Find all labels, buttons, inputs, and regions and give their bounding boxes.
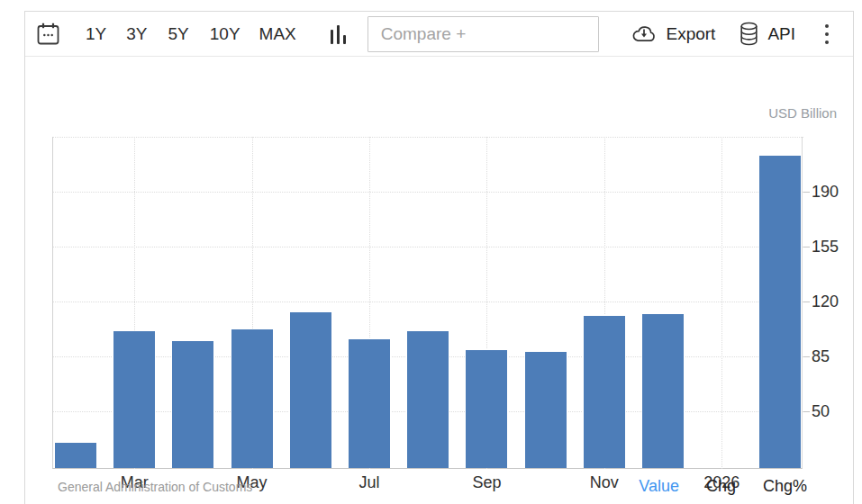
range-button-3y[interactable]: 3Y xyxy=(126,24,147,44)
gridline-horizontal xyxy=(53,192,803,193)
chart-toolbar: 1Y 3Y 5Y 10Y MAX Export API xyxy=(25,12,853,57)
bar[interactable] xyxy=(406,330,449,468)
bar[interactable] xyxy=(348,338,391,468)
mode-value[interactable]: Value xyxy=(639,477,679,496)
cloud-download-icon xyxy=(631,23,658,44)
y-tick-mark xyxy=(803,192,810,193)
y-tick-mark xyxy=(803,247,810,248)
database-icon xyxy=(740,22,758,46)
y-tick-label: 155 xyxy=(812,238,839,256)
kebab-menu-icon[interactable] xyxy=(825,24,829,44)
gridline-horizontal xyxy=(53,247,803,248)
y-tick-label: 50 xyxy=(812,402,830,421)
y-tick-mark xyxy=(803,356,810,357)
y-tick-label: 120 xyxy=(812,292,839,311)
range-button-max[interactable]: MAX xyxy=(259,24,296,44)
range-button-10y[interactable]: 10Y xyxy=(210,24,240,44)
gridline-top xyxy=(53,137,803,138)
bar[interactable] xyxy=(113,330,156,468)
bar[interactable] xyxy=(465,349,508,468)
bar[interactable] xyxy=(758,155,802,468)
export-label: Export xyxy=(666,24,715,44)
calendar-icon[interactable] xyxy=(37,22,59,46)
display-mode-switcher: Value Chg Chg% xyxy=(639,477,807,496)
bar[interactable] xyxy=(289,311,332,468)
api-button[interactable]: API xyxy=(740,22,795,46)
gridline-vertical xyxy=(721,137,722,469)
bar[interactable] xyxy=(171,340,214,468)
y-tick-label: 85 xyxy=(812,347,830,366)
bar[interactable] xyxy=(231,328,274,468)
plot-area: 5085120155190MarMayJulSepNov2026 xyxy=(52,137,803,469)
chart-type-icon[interactable] xyxy=(331,24,346,44)
range-button-1y[interactable]: 1Y xyxy=(86,24,106,44)
y-tick-mark xyxy=(803,302,810,302)
y-tick-mark xyxy=(803,411,810,412)
chart-widget: 1Y 3Y 5Y 10Y MAX Export API xyxy=(24,11,854,504)
gridline-horizontal xyxy=(53,302,803,302)
bar[interactable] xyxy=(641,313,685,468)
compare-input[interactable] xyxy=(367,16,599,52)
mode-chg-pct[interactable]: Chg% xyxy=(763,477,807,496)
y-tick-label: 190 xyxy=(812,183,839,202)
export-button[interactable]: Export xyxy=(631,23,715,44)
bar[interactable] xyxy=(54,442,97,468)
mode-chg[interactable]: Chg xyxy=(706,477,736,496)
range-button-5y[interactable]: 5Y xyxy=(168,24,189,44)
bar[interactable] xyxy=(524,351,567,468)
chart-footer: General Administration of Customs Value … xyxy=(58,477,807,496)
api-label: API xyxy=(767,24,795,44)
unit-label: USD Billion xyxy=(768,105,837,121)
source-label: General Administration of Customs xyxy=(58,480,252,494)
bar[interactable] xyxy=(583,315,626,468)
